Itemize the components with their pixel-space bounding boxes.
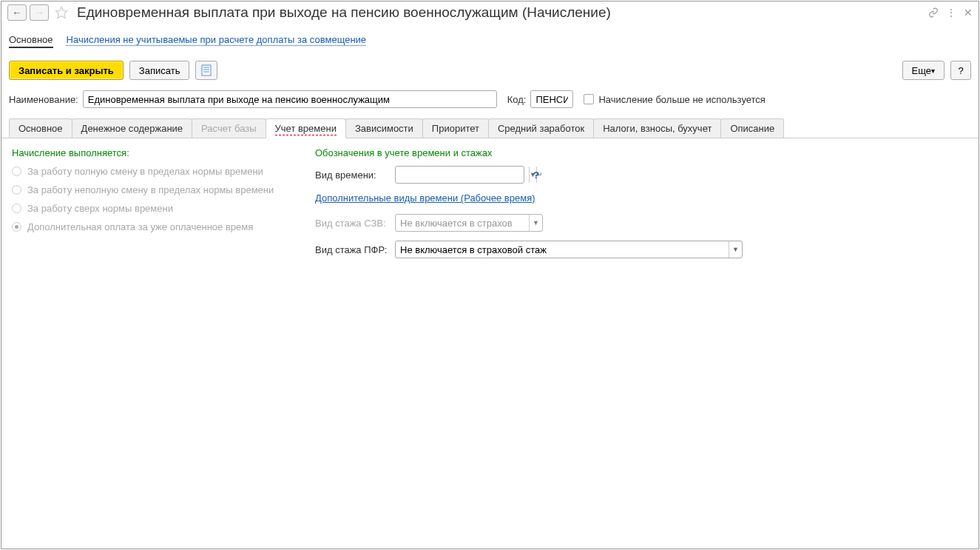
- vid-vremeni-label: Вид времени:: [315, 170, 389, 181]
- right-header: Обозначения в учете времени и стажах: [315, 147, 968, 158]
- left-column: Начисление выполняется: За работу полную…: [12, 147, 293, 267]
- title-actions: ⋮ ✕: [928, 7, 973, 19]
- radio-icon: [12, 222, 21, 232]
- staz-szv-input[interactable]: [396, 215, 529, 231]
- tab-osnovnoe[interactable]: Основное: [9, 118, 72, 138]
- dropdown-icon[interactable]: ▼: [529, 215, 542, 231]
- unused-label: Начисление больше не используется: [598, 94, 765, 105]
- staz-pfr-combo[interactable]: ▼: [395, 241, 743, 258]
- window: ← → Единовременная выплата при выходе на…: [1, 1, 979, 549]
- radio-partial-shift: За работу неполную смену в пределах норм…: [12, 184, 293, 195]
- staz-pfr-row: Вид стажа ПФР: ▼: [315, 241, 968, 258]
- more-button[interactable]: Еще: [902, 61, 944, 80]
- unused-checkbox[interactable]: [584, 94, 594, 104]
- tab-sredniy[interactable]: Средний заработок: [488, 118, 594, 138]
- tab-raschet-bazy[interactable]: Расчет базы: [192, 118, 266, 138]
- tab-opisanie[interactable]: Описание: [720, 118, 784, 138]
- svg-marker-0: [56, 7, 67, 19]
- code-label: Код:: [507, 94, 527, 105]
- help-icon[interactable]: ?: [533, 170, 539, 181]
- staz-szv-label: Вид стажа СЗВ:: [315, 218, 389, 229]
- tab-zavisimosti[interactable]: Зависимости: [345, 118, 423, 138]
- forward-button[interactable]: →: [30, 4, 49, 21]
- radio-group: За работу полную смену в пределах нормы …: [12, 166, 293, 232]
- staz-szv-combo[interactable]: ▼: [395, 214, 543, 232]
- save-button[interactable]: Записать: [129, 61, 190, 80]
- staz-pfr-label: Вид стажа ПФР:: [315, 244, 389, 255]
- close-icon[interactable]: ✕: [964, 7, 973, 19]
- dop-link-row: Дополнительные виды времени (Рабочее вре…: [315, 192, 968, 204]
- tab-prioritet[interactable]: Приоритет: [422, 118, 489, 138]
- svg-rect-1: [202, 65, 211, 76]
- radio-icon: [12, 185, 21, 195]
- vid-vremeni-input[interactable]: [396, 167, 529, 183]
- report-button[interactable]: [195, 61, 217, 80]
- unused-checkbox-wrap[interactable]: Начисление больше не используется: [584, 94, 765, 105]
- vid-vremeni-combo[interactable]: ▼ ↵: [395, 166, 524, 184]
- link-icon[interactable]: [928, 7, 939, 18]
- radio-additional-pay: Дополнительная оплата за уже оплаченное …: [12, 221, 293, 232]
- tab-nalogi[interactable]: Налоги, взносы, бухучет: [593, 118, 721, 138]
- radio-overtime: За работу сверх нормы времени: [12, 203, 293, 214]
- back-button[interactable]: ←: [7, 4, 27, 21]
- radio-icon: [12, 167, 21, 176]
- section-tab-link[interactable]: Начисления не учитываемые при расчете до…: [67, 33, 367, 48]
- right-column: Обозначения в учете времени и стажах Вид…: [315, 147, 968, 267]
- dropdown-icon[interactable]: ▼: [729, 241, 742, 258]
- toolbar: Записать и закрыть Записать Еще ?: [1, 55, 979, 86]
- section-tabs: Основное Начисления не учитываемые при р…: [1, 24, 979, 55]
- code-input[interactable]: [530, 90, 573, 108]
- save-and-close-button[interactable]: Записать и закрыть: [9, 61, 124, 80]
- left-header: Начисление выполняется:: [12, 147, 293, 158]
- tab-denezhnoe[interactable]: Денежное содержание: [72, 118, 192, 138]
- tab-uchet-vremeni[interactable]: Учет времени: [266, 118, 346, 138]
- additional-time-types-link[interactable]: Дополнительные виды времени (Рабочее вре…: [315, 192, 535, 204]
- kebab-menu-icon[interactable]: ⋮: [946, 7, 956, 19]
- main-tabs: Основное Денежное содержание Расчет базы…: [1, 113, 979, 138]
- favorite-star-icon[interactable]: [52, 6, 71, 19]
- radio-full-shift: За работу полную смену в пределах нормы …: [12, 166, 293, 177]
- help-button[interactable]: ?: [950, 61, 971, 80]
- name-row: Наименование: Код: Начисление больше не …: [1, 86, 979, 113]
- section-tab-main[interactable]: Основное: [9, 33, 53, 48]
- staz-pfr-input[interactable]: [396, 241, 729, 258]
- tab-content: Начисление выполняется: За работу полную…: [1, 138, 979, 276]
- name-label: Наименование:: [9, 94, 78, 105]
- window-title: Единовременная выплата при выходе на пен…: [77, 4, 925, 21]
- vid-vremeni-row: Вид времени: ▼ ↵ ?: [315, 166, 968, 184]
- staz-szv-row: Вид стажа СЗВ: ▼: [315, 214, 968, 232]
- name-input[interactable]: [83, 90, 497, 108]
- titlebar: ← → Единовременная выплата при выходе на…: [1, 1, 979, 24]
- radio-icon: [12, 204, 21, 213]
